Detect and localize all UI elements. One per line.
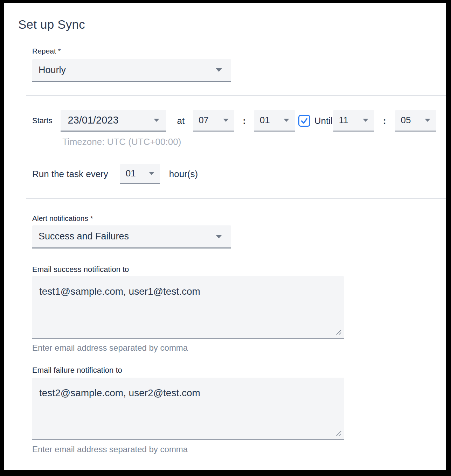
chevron-down-icon: [425, 119, 430, 122]
start-hour-value: 07: [199, 115, 209, 126]
time-colon: :: [383, 115, 386, 126]
end-minute-value: 05: [401, 115, 411, 126]
start-hour-select[interactable]: 07: [193, 110, 234, 132]
email-success-helper: Enter email address separated by comma: [32, 343, 188, 353]
email-failure-helper: Enter email address separated by comma: [32, 444, 188, 454]
run-every-value: 01: [126, 168, 136, 179]
email-success-field-wrap: test1@sample.com, user1@test.com: [32, 276, 344, 339]
resize-handle-icon[interactable]: [335, 329, 342, 335]
repeat-label: Repeat *: [32, 47, 61, 55]
resize-handle-icon[interactable]: [335, 430, 342, 436]
email-failure-field-wrap: test2@sample.com, user2@test.com: [32, 378, 344, 440]
email-failure-input[interactable]: test2@sample.com, user2@test.com: [32, 378, 344, 440]
screenshot-viewport: Set up Sync Repeat * Hourly Starts 23/01…: [0, 0, 451, 476]
page-title: Set up Sync: [18, 18, 85, 31]
start-date-value: 23/01/2023: [68, 114, 118, 126]
end-hour-value: 11: [339, 115, 348, 126]
section-divider: [26, 95, 446, 96]
timezone-note: Timezone: UTC (UTC+00:00): [62, 136, 181, 147]
start-minute-select[interactable]: 01: [254, 110, 295, 132]
chevron-down-icon: [216, 68, 222, 72]
alert-notifications-select[interactable]: Success and Failures: [32, 225, 231, 248]
run-every-prefix: Run the task every: [32, 169, 108, 180]
section-divider: [26, 198, 446, 199]
end-hour-select[interactable]: 11: [333, 110, 374, 132]
chevron-down-icon: [284, 119, 289, 122]
chevron-down-icon: [363, 119, 368, 122]
start-date-select[interactable]: 23/01/2023: [61, 110, 166, 132]
run-every-select[interactable]: 01: [120, 164, 160, 184]
until-label: Until: [314, 115, 333, 126]
chevron-down-icon: [223, 119, 229, 122]
chevron-down-icon: [149, 172, 154, 175]
alert-notifications-value: Success and Failures: [39, 231, 129, 242]
email-success-label: Email success notification to: [32, 265, 129, 274]
email-failure-label: Email failure notification to: [32, 366, 122, 375]
repeat-select[interactable]: Hourly: [32, 59, 231, 82]
repeat-select-value: Hourly: [39, 65, 66, 76]
at-label: at: [177, 115, 185, 126]
start-minute-value: 01: [260, 115, 270, 126]
chevron-down-icon: [154, 119, 159, 122]
starts-label: Starts: [32, 116, 52, 125]
starts-row: Starts 23/01/2023 at 07 : 01 Until: [32, 110, 436, 132]
email-success-input[interactable]: test1@sample.com, user1@test.com: [32, 276, 344, 339]
alert-notifications-label: Alert notifications *: [32, 214, 93, 223]
time-colon: :: [243, 115, 246, 126]
checkbox-check-icon: [300, 117, 308, 125]
run-every-row: Run the task every 01 hour(s): [32, 164, 198, 184]
run-every-suffix: hour(s): [169, 169, 198, 180]
end-minute-select[interactable]: 05: [395, 110, 436, 132]
until-checkbox[interactable]: [298, 115, 310, 127]
setup-sync-dialog: Set up Sync Repeat * Hourly Starts 23/01…: [4, 3, 446, 470]
chevron-down-icon: [216, 235, 222, 238]
